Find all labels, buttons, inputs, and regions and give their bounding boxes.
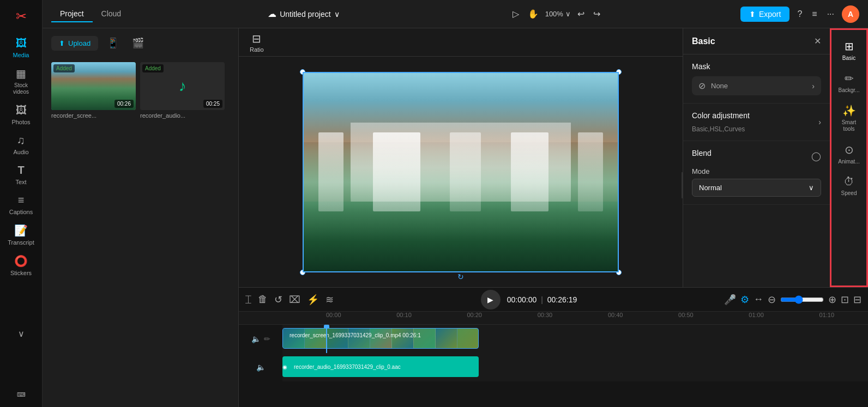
sidebar-expand-btn[interactable]: ∨ bbox=[0, 324, 42, 343]
color-adjustment-sub: Basic,HSL,Curves bbox=[692, 125, 750, 133]
play-btn[interactable]: ▶ bbox=[481, 290, 501, 309]
timeline: ⌶ 🗑 ↺ ⌧ ⚡ ≋ ▶ 00:00:00 | 00:26:1 bbox=[239, 287, 868, 407]
split-btn[interactable]: ⌶ bbox=[245, 294, 251, 305]
tab-smart-tools[interactable]: ✨ Smarttools bbox=[831, 99, 866, 138]
sidebar-item-captions[interactable]: ≡ Captions bbox=[0, 190, 42, 220]
audio-track-area[interactable]: ◉ recorder_audio_1699337031429_clip_0.aa… bbox=[282, 353, 868, 381]
tab-group: Project Cloud bbox=[51, 6, 130, 22]
duration-label: 00:26 bbox=[114, 100, 134, 108]
sidebar-item-text[interactable]: T Text bbox=[0, 160, 42, 190]
rotate-handle[interactable]: ↻ bbox=[457, 272, 464, 281]
split-audio-btn[interactable]: ↔ bbox=[754, 294, 763, 305]
redo-btn[interactable]: ↪ bbox=[591, 7, 602, 21]
mirror-btn[interactable]: ⚡ bbox=[307, 294, 319, 306]
content-area: ⬆ Upload 📱 🎬 Added 00:26 recorder_ bbox=[43, 28, 868, 407]
color-adjustment-section[interactable]: Color adjustment Basic,HSL,Curves › bbox=[683, 104, 830, 141]
export-btn[interactable]: ⬆ Export bbox=[740, 7, 789, 22]
video-clip[interactable]: recorder_screen_1699337031429_clip_0.mp4… bbox=[282, 328, 479, 349]
background-tab-icon: ✏ bbox=[845, 72, 854, 85]
hand-tool-btn[interactable]: ✋ bbox=[526, 7, 541, 21]
sidebar-label-photos: Photos bbox=[11, 119, 30, 125]
preview-toolbar: ⊟ Ratio bbox=[239, 28, 683, 57]
media-thumbnail: Added 00:26 bbox=[51, 62, 136, 110]
audio-icon: ♫ bbox=[17, 134, 25, 147]
more-effects-btn[interactable]: ≋ bbox=[326, 294, 334, 306]
panel-title: Basic bbox=[692, 37, 715, 46]
sidebar-item-stock[interactable]: ▦ Stockvideos bbox=[0, 63, 42, 100]
topbar: Project Cloud ☁ Untitled project ∨ ▷ ✋ 1… bbox=[43, 0, 868, 28]
preview-area: ⊟ Ratio ‹ bbox=[239, 28, 683, 287]
mic-btn[interactable]: 🎤 bbox=[724, 294, 736, 306]
sidebar-item-photos[interactable]: 🖼 Photos bbox=[0, 100, 42, 130]
total-time: 00:26:19 bbox=[547, 295, 577, 304]
media-panel: ⬆ Upload 📱 🎬 Added 00:26 recorder_ bbox=[43, 28, 239, 407]
mask-section: Mask ⊘ None › bbox=[683, 54, 830, 104]
zoom-value: 100% bbox=[545, 10, 563, 18]
project-name-label: Untitled project bbox=[280, 10, 330, 19]
tab-project[interactable]: Project bbox=[51, 6, 93, 22]
pointer-tool-btn[interactable]: ▷ bbox=[510, 7, 521, 21]
stack-btn[interactable]: ≡ bbox=[810, 7, 819, 21]
topbar-right: ⬆ Export ? ≡ ··· A bbox=[740, 5, 859, 23]
fit-view-btn[interactable]: ⊡ bbox=[841, 294, 849, 306]
ruler-tick: 00:50 bbox=[678, 312, 694, 318]
tab-background[interactable]: ✏ Backgr... bbox=[831, 66, 866, 99]
list-item[interactable]: Added 00:26 recorder_scree... bbox=[51, 62, 136, 119]
track-volume-btn[interactable]: 🔈 bbox=[256, 363, 266, 372]
transcript-icon: 📝 bbox=[14, 224, 28, 237]
video-frame-container: ↻ bbox=[303, 72, 619, 272]
track-volume-btn[interactable]: 🔈 bbox=[251, 335, 261, 343]
zoom-in-btn[interactable]: ⊕ bbox=[828, 294, 836, 306]
ratio-label: Ratio bbox=[250, 46, 264, 53]
crop-btn[interactable]: ⌧ bbox=[289, 294, 300, 306]
project-name-btn[interactable]: ☁ Untitled project ∨ bbox=[268, 9, 339, 19]
close-panel-btn[interactable]: ✕ bbox=[814, 36, 821, 46]
video-track-row: 🔈 ✏ bbox=[239, 325, 868, 353]
no-mask-icon: ⊘ bbox=[698, 81, 706, 91]
zoom-out-btn[interactable]: ⊖ bbox=[768, 294, 776, 306]
captions-icon: ≡ bbox=[18, 194, 25, 206]
sidebar-label-transcript: Transcript bbox=[8, 239, 34, 246]
track-edit-btn[interactable]: ✏ bbox=[264, 335, 270, 343]
sidebar-item-stickers[interactable]: ⭕ Stickers bbox=[0, 250, 42, 281]
blend-mode-select[interactable]: Normal ∨ bbox=[692, 179, 821, 197]
tab-speed[interactable]: ⏱ Speed bbox=[831, 170, 866, 202]
blend-toggle-icon[interactable]: ◯ bbox=[811, 151, 821, 161]
tab-basic[interactable]: ⊞ Basic bbox=[831, 34, 866, 66]
waterfall-overlay bbox=[304, 73, 618, 271]
video-track-area[interactable]: recorder_screen_1699337031429_clip_0.mp4… bbox=[282, 325, 868, 353]
sidebar-item-transcript[interactable]: 📝 Transcript bbox=[0, 220, 42, 250]
animation-tab-label: Animat... bbox=[838, 159, 859, 165]
sidebar-item-audio[interactable]: ♫ Audio bbox=[0, 130, 42, 160]
current-time-display: 00:00:00 | 00:26:19 bbox=[507, 295, 577, 304]
sync-btn[interactable]: ⚙ bbox=[740, 294, 749, 306]
sidebar-logo[interactable]: ✂ bbox=[0, 4, 42, 28]
sidebar-keyboard-icon[interactable]: ⌨ bbox=[0, 387, 42, 403]
zoom-slider[interactable] bbox=[780, 295, 824, 304]
chevron-right-icon: › bbox=[812, 82, 815, 90]
collapse-panel-btn[interactable]: ‹ bbox=[682, 172, 683, 198]
video-view-btn[interactable]: 🎬 bbox=[128, 35, 148, 51]
more-btn[interactable]: ··· bbox=[825, 7, 836, 21]
ratio-btn[interactable]: ⊟ Ratio bbox=[245, 30, 268, 55]
tab-cloud[interactable]: Cloud bbox=[93, 6, 130, 22]
avatar[interactable]: A bbox=[842, 5, 859, 23]
rotate-clip-btn[interactable]: ↺ bbox=[274, 294, 282, 306]
blend-section: Blend ◯ Mode Normal ∨ bbox=[683, 141, 830, 205]
help-btn[interactable]: ? bbox=[795, 7, 804, 21]
mask-row[interactable]: ⊘ None › bbox=[692, 76, 821, 95]
ruler-tick: 01:10 bbox=[819, 312, 835, 318]
tab-animation[interactable]: ⊙ Animat... bbox=[831, 138, 866, 170]
photos-icon: 🖼 bbox=[16, 104, 27, 117]
sidebar-item-media[interactable]: 🖼 Media bbox=[0, 33, 42, 63]
fullscreen-btn[interactable]: ⊟ bbox=[853, 294, 861, 306]
list-item[interactable]: ♪ Added 00:25 recorder_audio... bbox=[140, 62, 225, 119]
background-tab-label: Backgr... bbox=[839, 87, 860, 93]
stickers-icon: ⭕ bbox=[14, 254, 28, 268]
mobile-view-btn[interactable]: 📱 bbox=[103, 35, 123, 51]
undo-btn[interactable]: ↩ bbox=[575, 7, 587, 21]
delete-btn[interactable]: 🗑 bbox=[258, 294, 268, 305]
upload-btn[interactable]: ⬆ Upload bbox=[51, 36, 98, 51]
audio-clip[interactable]: ◉ recorder_audio_1699337031429_clip_0.aa… bbox=[282, 356, 479, 377]
zoom-control[interactable]: 100% ∨ bbox=[545, 10, 571, 18]
